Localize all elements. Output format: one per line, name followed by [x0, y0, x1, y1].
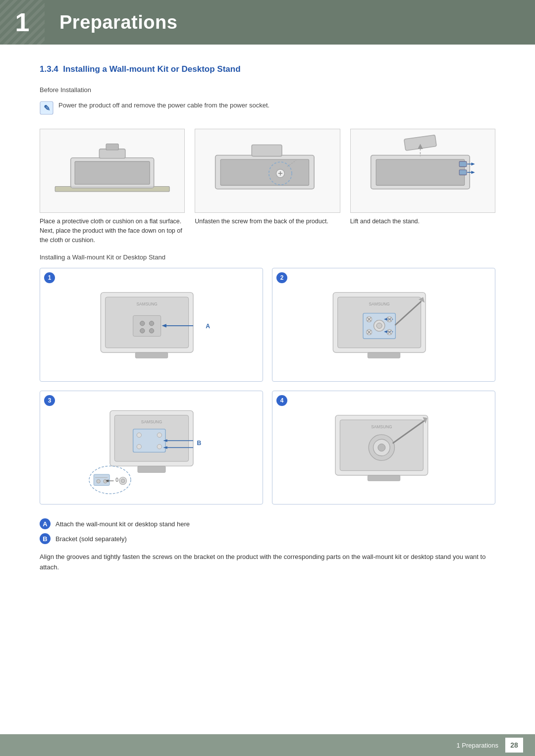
section-heading: 1.3.4 Installing a Wall-mount Kit or Des… [40, 64, 495, 77]
svg-point-31 [140, 321, 144, 326]
step-number-4: 4 [276, 395, 287, 406]
steps-grid: 1 SAMSUNG A 2 [40, 268, 495, 504]
legend-text-a: Attach the wall-mount kit or desktop sta… [55, 520, 190, 528]
bottom-note: Align the grooves and tightly fasten the… [40, 552, 495, 573]
legend-circle-b: B [40, 533, 51, 544]
svg-point-81 [96, 480, 100, 483]
svg-rect-10 [252, 145, 282, 156]
svg-text:0: 0 [115, 477, 118, 483]
prep-diagram-2 [195, 129, 340, 213]
svg-rect-63 [368, 353, 400, 358]
legend-text-b: Bracket (sold separately) [55, 535, 127, 543]
svg-point-34 [149, 329, 154, 333]
svg-rect-30 [133, 316, 160, 337]
step-svg-4: SAMSUNG [315, 401, 453, 495]
step-box-3: 3 SAMSUNG B [40, 391, 263, 504]
svg-rect-79 [94, 474, 109, 485]
legend-circle-a: A [40, 518, 51, 529]
svg-rect-77 [138, 466, 165, 473]
svg-text:SAMSUNG: SAMSUNG [141, 419, 161, 424]
prep-image-1: Place a protective cloth or cushion on a… [40, 129, 185, 245]
svg-rect-9 [220, 159, 309, 186]
svg-text:SAMSUNG: SAMSUNG [136, 302, 157, 306]
svg-rect-21 [459, 161, 467, 167]
step-number-1: 1 [44, 272, 55, 283]
step-number-2: 2 [276, 272, 287, 283]
prep-images-row: Place a protective cloth or cushion on a… [40, 129, 495, 245]
svg-point-93 [377, 444, 385, 452]
step-svg-1: SAMSUNG A [82, 278, 221, 372]
svg-point-70 [137, 445, 141, 449]
svg-point-68 [137, 433, 141, 437]
step-box-2: 2 SAMSUNG [272, 268, 495, 382]
footer-text: 1 Preparations [456, 742, 498, 749]
svg-point-32 [149, 321, 154, 326]
legend-row-b: B Bracket (sold separately) [40, 533, 495, 544]
prep-diagram-3 [350, 129, 495, 213]
chapter-title: Preparations [59, 12, 177, 33]
svg-marker-24 [471, 162, 475, 165]
svg-text:B: B [197, 440, 201, 447]
svg-text:A: A [206, 323, 210, 330]
installing-heading: Installing a Wall-mount Kit or Desktop S… [40, 253, 495, 261]
chapter-header: 1 Preparations [0, 0, 535, 45]
note-text: Power the product off and remove the pow… [58, 101, 269, 110]
caption-3: Lift and detach the stand. [350, 217, 495, 226]
legend-row-a: A Attach the wall-mount kit or desktop s… [40, 518, 495, 529]
svg-point-87 [121, 479, 124, 483]
step-svg-3: SAMSUNG B [82, 398, 221, 497]
svg-marker-26 [471, 171, 475, 174]
svg-point-56 [376, 323, 382, 329]
main-content: 1.3.4 Installing a Wall-mount Kit or Des… [0, 45, 535, 603]
note-row: ✎ Power the product off and remove the p… [40, 101, 495, 115]
svg-point-71 [157, 445, 161, 449]
step-box-4: 4 SAMSUNG [272, 391, 495, 504]
note-icon: ✎ [40, 101, 54, 115]
svg-rect-37 [135, 353, 167, 358]
caption-2: Unfasten the screw from the back of the … [195, 217, 340, 226]
caption-1: Place a protective cloth or cushion on a… [40, 217, 185, 245]
svg-point-33 [140, 329, 144, 333]
prep-image-2: Unfasten the screw from the back of the … [195, 129, 340, 245]
svg-rect-22 [459, 170, 467, 175]
svg-text:SAMSUNG: SAMSUNG [371, 424, 392, 429]
svg-point-69 [157, 433, 161, 437]
svg-rect-17 [376, 159, 465, 186]
svg-rect-6 [106, 144, 118, 150]
prep-image-3: Lift and detach the stand. [350, 129, 495, 245]
step-number-3: 3 [44, 395, 55, 406]
prep-diagram-1 [40, 129, 185, 213]
step-svg-2: SAMSUNG [315, 278, 453, 372]
svg-text:SAMSUNG: SAMSUNG [369, 302, 389, 306]
svg-rect-4 [75, 161, 150, 184]
step-box-1: 1 SAMSUNG A [40, 268, 263, 382]
footer-page: 28 [505, 738, 523, 753]
chapter-number: 1 [0, 0, 45, 45]
svg-rect-5 [99, 149, 125, 158]
svg-text:✎: ✎ [44, 104, 50, 112]
before-installation-label: Before Installation [40, 86, 495, 94]
footer: 1 Preparations 28 [0, 734, 535, 756]
svg-rect-96 [368, 475, 400, 481]
